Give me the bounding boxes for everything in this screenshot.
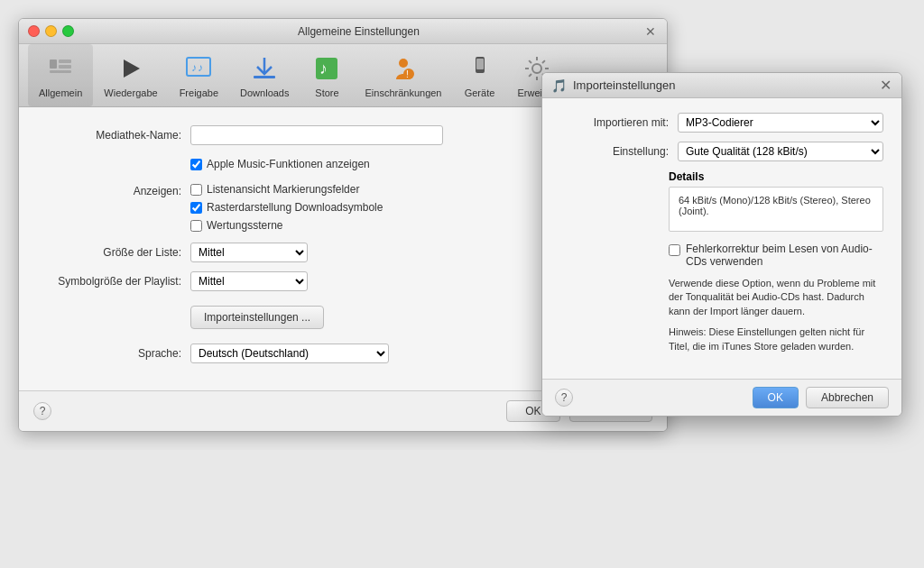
wertungssterne-text: Wertungssterne <box>207 219 283 232</box>
wertungssterne-row[interactable]: Wertungssterne <box>190 219 383 232</box>
einstellung-row: Einstellung: Gute Qualität (128 kBit/s) … <box>560 142 883 161</box>
window-title: Allgemeine Einstellungen <box>74 25 643 38</box>
svg-text:♪: ♪ <box>319 60 328 78</box>
import-settings-button[interactable]: Importeinstellungen ... <box>190 306 324 329</box>
svg-rect-3 <box>50 70 71 73</box>
geraete-icon <box>464 52 496 85</box>
apple-music-label-text: Apple Music-Funktionen anzeigen <box>207 158 370 170</box>
store-icon: ♪ <box>310 52 343 85</box>
symbolgroesse-select[interactable]: Mittel Klein Groß <box>190 271 308 291</box>
hint-container: Hinweis: Diese Einstellungen gelten nich… <box>669 325 883 353</box>
einschraenkungen-icon: ! <box>387 52 420 85</box>
einstellung-label: Einstellung: <box>560 145 669 158</box>
apple-music-checkbox[interactable] <box>190 159 202 170</box>
dialog-note: Verwende diese Option, wenn du Probleme … <box>669 277 883 318</box>
toolbar-wiedergabe[interactable]: Wiedergabe <box>93 44 168 106</box>
freigabe-label: Freigabe <box>180 87 218 98</box>
mediathek-input[interactable] <box>190 125 443 145</box>
apple-music-checkbox-label[interactable]: Apple Music-Funktionen anzeigen <box>190 158 370 170</box>
downloads-label: Downloads <box>240 87 289 98</box>
svg-rect-2 <box>59 65 71 69</box>
anzeigen-label: Anzeigen: <box>46 183 181 197</box>
dialog-ok-button[interactable]: OK <box>753 387 799 408</box>
details-heading-row: Details <box>669 170 883 183</box>
toolbar-einschraenkungen[interactable]: ! Einschränkungen <box>354 44 452 106</box>
title-bar: Allgemeine Einstellungen ✕ <box>19 19 667 44</box>
minimize-btn[interactable] <box>45 25 57 37</box>
dialog-abbrechen-button[interactable]: Abbrechen <box>806 387 889 408</box>
sprache-select[interactable]: Deutsch (Deutschland) English Français <box>190 344 389 363</box>
svg-text:!: ! <box>406 69 409 79</box>
allgemein-label: Allgemein <box>39 87 82 98</box>
svg-rect-16 <box>478 71 482 73</box>
wiedergabe-label: Wiedergabe <box>104 87 157 98</box>
svg-rect-8 <box>254 76 275 78</box>
dialog-close-button[interactable]: ✕ <box>878 78 892 93</box>
svg-point-11 <box>399 59 408 68</box>
svg-marker-4 <box>124 60 140 78</box>
toolbar-freigabe[interactable]: ♪ ♪ Freigabe <box>169 44 229 106</box>
toolbar-store[interactable]: ♪ Store <box>300 44 354 106</box>
dialog-footer: ? OK Abbrechen <box>542 379 901 416</box>
toolbar-downloads[interactable]: Downloads <box>229 44 300 106</box>
symbolgroesse-label: Symbolgröße der Playlist: <box>46 275 181 288</box>
details-text: 64 kBit/s (Mono)/128 kBit/s (Stereo), St… <box>679 195 871 216</box>
rasterdarstellung-text: Rasterdarstellung Downloadsymbole <box>207 201 383 214</box>
title-close-icon[interactable]: ✕ <box>643 24 658 39</box>
svg-point-12 <box>403 69 414 79</box>
mediathek-label: Mediathek-Name: <box>46 129 181 142</box>
wiedergabe-icon <box>115 52 147 85</box>
svg-rect-0 <box>50 60 57 69</box>
importieren-row: Importieren mit: MP3-Codierer AAC-Codier… <box>560 113 883 133</box>
fehlerkorrektur-row: Fehlerkorrektur beim Lesen von Audio-CDs… <box>669 243 883 268</box>
svg-point-17 <box>532 64 541 73</box>
einschraenkungen-label: Einschränkungen <box>365 87 441 98</box>
svg-text:♪: ♪ <box>198 61 203 74</box>
toolbar-geraete[interactable]: Geräte <box>453 44 507 106</box>
importieren-label: Importieren mit: <box>560 116 669 129</box>
dialog-hint: Hinweis: Diese Einstellungen gelten nich… <box>669 325 883 353</box>
allgemein-icon <box>44 52 77 85</box>
dialog-help-button[interactable]: ? <box>555 389 573 407</box>
store-label: Store <box>315 87 338 98</box>
importieren-select[interactable]: MP3-Codierer AAC-Codierer AIFF-Codierer … <box>678 113 883 133</box>
listenansicht-checkbox[interactable] <box>190 184 202 196</box>
svg-rect-1 <box>59 60 71 63</box>
geraete-label: Geräte <box>465 87 495 98</box>
rasterdarstellung-checkbox[interactable] <box>190 202 202 214</box>
downloads-icon <box>248 52 281 85</box>
toolbar-allgemein[interactable]: Allgemein <box>28 44 93 106</box>
rasterdarstellung-row[interactable]: Rasterdarstellung Downloadsymbole <box>190 201 383 214</box>
wertungssterne-checkbox[interactable] <box>190 220 202 232</box>
listenansicht-row[interactable]: Listenansicht Markierungsfelder <box>190 183 383 196</box>
maximize-btn[interactable] <box>62 25 74 37</box>
dialog-title-bar: 🎵 Importeinstellungen ✕ <box>542 73 901 98</box>
details-box: 64 kBit/s (Mono)/128 kBit/s (Stereo), St… <box>669 187 883 232</box>
anzeigen-checkboxes: Listenansicht Markierungsfelder Rasterda… <box>190 183 383 232</box>
sprache-label: Sprache: <box>46 347 181 360</box>
close-btn[interactable] <box>28 25 40 37</box>
help-button[interactable]: ? <box>33 402 51 420</box>
fehlerkorrektur-checkbox[interactable] <box>669 244 680 256</box>
dialog-content: Importieren mit: MP3-Codierer AAC-Codier… <box>542 98 901 379</box>
dialog-title-text: Importeinstellungen <box>573 78 878 92</box>
listenansicht-text: Listenansicht Markierungsfelder <box>207 183 359 196</box>
import-dialog: 🎵 Importeinstellungen ✕ Importieren mit:… <box>541 72 902 417</box>
freigabe-icon: ♪ ♪ <box>182 52 215 85</box>
groesse-label: Größe der Liste: <box>46 246 181 259</box>
einstellung-select[interactable]: Gute Qualität (128 kBit/s) Höchste Quali… <box>678 142 883 161</box>
window-controls <box>28 25 74 37</box>
dialog-footer-buttons: OK Abbrechen <box>753 387 889 408</box>
details-heading: Details <box>669 170 704 183</box>
details-box-container: 64 kBit/s (Mono)/128 kBit/s (Stereo), St… <box>669 187 883 232</box>
dialog-title-icon: 🎵 <box>551 78 566 93</box>
groesse-select[interactable]: Mittel Klein Groß <box>190 243 308 262</box>
note-container: Verwende diese Option, wenn du Probleme … <box>669 277 883 318</box>
svg-text:♪: ♪ <box>191 61 197 74</box>
svg-rect-15 <box>476 59 484 69</box>
fehlerkorrektur-label: Fehlerkorrektur beim Lesen von Audio-CDs… <box>686 243 883 268</box>
